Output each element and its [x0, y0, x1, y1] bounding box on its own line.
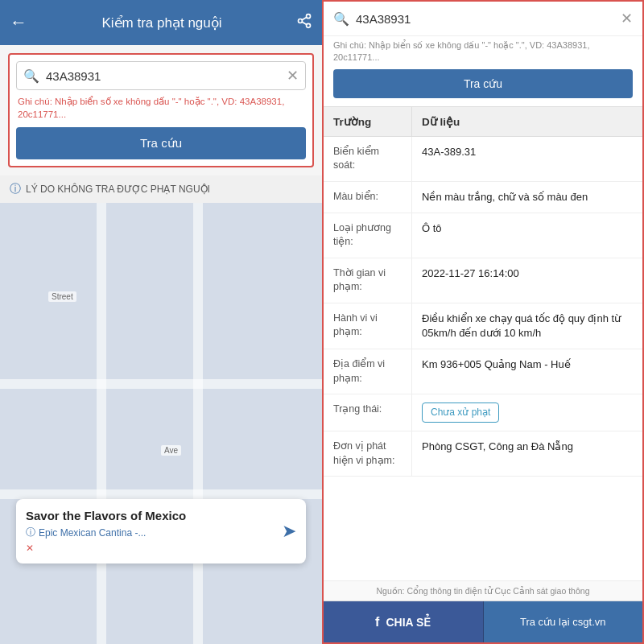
- search-icon: 🔍: [23, 68, 39, 84]
- page-title: Kiểm tra phạt nguội: [37, 14, 287, 31]
- table-row: Trạng thái:Chưa xử phạt: [324, 394, 642, 431]
- row-field-2: Loại phương tiện:: [324, 213, 412, 258]
- clear-icon[interactable]: ✕: [287, 67, 299, 85]
- map-label-1: Street: [48, 291, 76, 302]
- search-input[interactable]: [46, 69, 280, 83]
- tra-cuu-button[interactable]: Tra cứu: [16, 127, 306, 159]
- info-icon: ⓘ: [10, 182, 21, 196]
- card-sub: ⓘ Epic Mexican Cantina -...: [26, 526, 186, 539]
- right-search-input[interactable]: [356, 12, 614, 26]
- row-data-4: Điều khiển xe chạy quá tốc độ quy định t…: [412, 303, 642, 349]
- map-road-h1: [0, 379, 322, 389]
- map-road-v1: [97, 203, 106, 644]
- row-field-3: Thời gian vi phạm:: [324, 258, 412, 303]
- card-subtitle: Epic Mexican Cantina -...: [39, 527, 146, 539]
- row-field-0: Biển kiểm soát:: [324, 137, 412, 181]
- table-header: Trường Dữ liệu: [324, 107, 642, 137]
- data-table: Trường Dữ liệu Biển kiểm soát:43A-389.31…: [324, 106, 642, 580]
- row-data-7: Phòng CSGT, Công an Đà Nẵng: [412, 431, 642, 476]
- table-row: Màu biển:Nền màu trắng, chữ và số màu đe…: [324, 182, 642, 213]
- left-panel: ← Kiểm tra phạt nguội 🔍 ✕ Ghi chú: Nhập …: [0, 0, 322, 644]
- map-card-text: Savor the Flavors of Mexico ⓘ Epic Mexic…: [26, 509, 186, 554]
- row-data-6: Chưa xử phạt: [412, 394, 642, 431]
- search-box: 🔍 ✕: [16, 61, 306, 90]
- row-data-1: Nền màu trắng, chữ và số màu đen: [412, 182, 642, 213]
- table-row: Địa điểm vi phạm:Km 936+005 Quảng Nam - …: [324, 349, 642, 394]
- tra-cuu-lai-button[interactable]: Tra cứu lại csgt.vn: [484, 601, 643, 642]
- map-road-v2: [193, 203, 203, 644]
- right-search-note: Ghi chú: Nhập biển số xe không dấu "-" h…: [324, 36, 642, 69]
- bottom-buttons: f CHIA SẺ Tra cứu lại csgt.vn: [324, 601, 642, 642]
- row-data-2: Ô tô: [412, 213, 642, 258]
- map-road-h2: [0, 489, 322, 499]
- row-field-6: Trạng thái:: [324, 394, 412, 431]
- fb-icon: f: [375, 615, 379, 630]
- right-clear-icon[interactable]: ✕: [621, 10, 633, 27]
- row-data-0: 43A-389.31: [412, 137, 642, 181]
- card-close[interactable]: ✕: [26, 543, 186, 554]
- right-tra-cuu-button[interactable]: Tra cứu: [333, 69, 633, 98]
- card-title: Savor the Flavors of Mexico: [26, 509, 186, 522]
- row-field-4: Hành vi vi phạm:: [324, 303, 412, 349]
- right-search-bar: 🔍 ✕: [324, 2, 642, 36]
- info-banner: ⓘ LÝ DO KHÔNG TRA ĐƯỢC PHẠT NGUỘI: [0, 175, 322, 203]
- row-data-5: Km 936+005 Quảng Nam - Huế: [412, 349, 642, 394]
- back-icon[interactable]: ←: [10, 12, 27, 33]
- table-row: Đơn vị phát hiện vi phạm:Phòng CSGT, Côn…: [324, 431, 642, 477]
- header-field: Trường: [324, 107, 412, 136]
- left-header: ← Kiểm tra phạt nguội: [0, 0, 322, 45]
- table-row: Biển kiểm soát:43A-389.31: [324, 137, 642, 182]
- svg-line-4: [302, 17, 307, 19]
- map-card: Savor the Flavors of Mexico ⓘ Epic Mexic…: [16, 499, 306, 564]
- row-field-5: Địa điểm vi phạm:: [324, 349, 412, 394]
- share-icon[interactable]: [296, 13, 312, 33]
- search-note: Ghi chú: Nhập biển số xe không dấu "-" h…: [18, 95, 304, 121]
- source-bar: Nguồn: Cổng thông tin điện tử Cục Cảnh s…: [324, 580, 642, 601]
- row-field-1: Màu biển:: [324, 182, 412, 213]
- share-label: CHIA SẺ: [386, 616, 431, 629]
- card-arrow-icon[interactable]: ➤: [282, 521, 296, 542]
- status-badge: Chưa xử phạt: [422, 402, 499, 423]
- right-panel: 🔍 ✕ Ghi chú: Nhập biển số xe không dấu "…: [322, 0, 644, 644]
- svg-line-3: [302, 22, 307, 24]
- fb-share-button[interactable]: f CHIA SẺ: [324, 601, 484, 642]
- table-row: Loại phương tiện:Ô tô: [324, 213, 642, 258]
- row-data-3: 2022-11-27 16:14:00: [412, 258, 642, 303]
- right-search-icon: 🔍: [333, 11, 349, 27]
- header-data: Dữ liệu: [412, 107, 642, 136]
- table-row: Hành vi vi phạm:Điều khiển xe chạy quá t…: [324, 303, 642, 349]
- search-section: 🔍 ✕ Ghi chú: Nhập biển số xe không dấu "…: [8, 53, 314, 167]
- table-row: Thời gian vi phạm:2022-11-27 16:14:00: [324, 258, 642, 303]
- row-field-7: Đơn vị phát hiện vi phạm:: [324, 431, 412, 476]
- info-banner-text: LÝ DO KHÔNG TRA ĐƯỢC PHẠT NGUỘI: [26, 184, 210, 195]
- map-area: Street Ave Savor the Flavors of Mexico ⓘ…: [0, 203, 322, 644]
- map-label-2: Ave: [161, 445, 181, 456]
- card-info-icon: ⓘ: [26, 526, 35, 539]
